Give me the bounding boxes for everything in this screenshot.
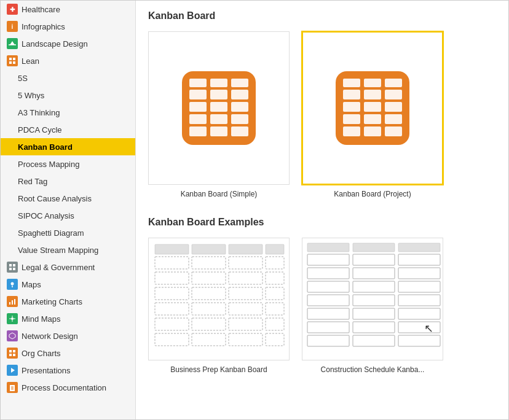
template-thumb-project[interactable] [302,31,443,185]
sidebar-item-5whys[interactable]: 5 Whys [1,87,135,104]
svg-rect-74 [155,244,189,254]
kanban-simple-icon [182,71,256,145]
svg-rect-102 [302,238,443,360]
svg-rect-73 [149,238,290,360]
template-card-project[interactable]: Kanban Board (Project) [302,31,443,198]
svg-rect-61 [343,90,360,99]
example-label-bizprep: Business Prep Kanban Board [170,365,267,374]
svg-rect-50 [210,114,227,124]
construction-preview [302,238,443,360]
sidebar-item-a3thinking[interactable]: A3 Thinking [1,104,135,121]
sidebar-item-lean[interactable]: Lean [1,52,135,69]
sidebar-item-legal[interactable]: Legal & Government [1,259,135,276]
svg-rect-53 [231,102,248,112]
example-card-bizprep[interactable]: Business Prep Kanban Board [148,238,290,374]
sidebar-label-pdca: PDCA Cycle [18,125,62,134]
svg-rect-75 [192,244,226,254]
svg-rect-55 [231,126,248,136]
example-thumb-construction[interactable]: ↖ [302,238,443,360]
sidebar-label-org: Org Charts [22,349,61,358]
svg-rect-67 [364,114,381,124]
svg-rect-51 [210,126,227,136]
org-icon [7,348,18,359]
sidebar-item-sipoc[interactable]: SIPOC Analysis [1,207,135,224]
svg-rect-105 [398,243,440,252]
sidebar-label-presentations: Presentations [22,366,71,375]
svg-rect-43 [231,79,248,87]
sidebar-item-redtag[interactable]: Red Tag [1,173,135,190]
example-label-construction: Construction Schedule Kanba... [321,365,425,374]
sidebar-item-org[interactable]: Org Charts [1,344,135,362]
svg-rect-6 [9,61,12,64]
examples-grid: Business Prep Kanban Board [148,238,496,374]
svg-rect-63 [343,114,360,124]
sidebar-item-maps[interactable]: Maps [1,276,135,293]
sidebar-label-lean: Lean [22,56,39,66]
templates-grid: Kanban Board (Simple) [148,31,496,198]
sidebar-item-spaghetti[interactable]: Spaghetti Diagram [1,224,135,241]
sidebar-label-infographics: Infographics [22,22,65,31]
svg-rect-60 [385,79,402,87]
sidebar-label-kanban: Kanban Board [18,142,73,152]
template-card-simple[interactable]: Kanban Board (Simple) [148,31,290,198]
sidebar-item-pdca[interactable]: PDCA Cycle [1,121,135,138]
svg-rect-46 [189,114,207,124]
legal-icon [7,262,18,273]
svg-rect-28 [9,350,12,352]
sidebar-item-valuestream[interactable]: Value Stream Mapping [1,241,135,259]
landscape-icon [7,38,18,49]
sidebar: ✚ Healthcare i Infographics Landscape De… [1,1,136,419]
sidebar-item-network[interactable]: Network Design [1,327,135,344]
svg-rect-42 [210,79,227,87]
bizprep-preview [149,238,290,360]
sidebar-item-mindmaps[interactable]: Mind Maps [1,310,135,327]
svg-rect-17 [12,300,13,305]
svg-rect-31 [13,354,15,356]
sidebar-item-5s[interactable]: 5S [1,69,135,87]
sidebar-item-processdoc[interactable]: Process Documentation [1,379,135,396]
svg-rect-9 [9,264,12,266]
svg-rect-64 [343,126,360,136]
svg-rect-4 [9,58,12,60]
example-thumb-bizprep[interactable] [148,238,290,360]
sidebar-label-rootcause: Root Cause Analysis [18,194,92,203]
sidebar-item-presentations[interactable]: Presentations [1,362,135,379]
svg-rect-76 [229,244,262,254]
sidebar-item-kanban[interactable]: Kanban Board [1,138,135,155]
marketing-icon [7,296,18,307]
svg-rect-69 [385,90,402,99]
svg-rect-77 [266,244,284,254]
example-card-construction[interactable]: ↖ Construction Schedule Kanba... [302,238,443,374]
svg-point-20 [11,317,14,320]
sidebar-item-infographics[interactable]: i Infographics [1,18,135,35]
sidebar-item-landscape[interactable]: Landscape Design [1,35,135,52]
section1-title: Kanban Board [148,10,496,21]
svg-rect-104 [353,243,395,252]
lean-icon [7,55,18,66]
svg-rect-47 [189,126,207,136]
svg-rect-71 [385,114,402,124]
sidebar-item-rootcause[interactable]: Root Cause Analysis [1,190,135,207]
svg-rect-10 [13,264,15,266]
sidebar-item-marketing[interactable]: Marketing Charts [1,293,135,310]
sidebar-label-a3thinking: A3 Thinking [18,108,60,117]
main-content: Kanban Board [136,1,508,419]
network-icon [7,330,18,341]
sidebar-item-processmapping[interactable]: Process Mapping [1,155,135,173]
sidebar-label-processdoc: Process Documentation [22,383,106,392]
sidebar-label-5s: 5S [18,74,28,83]
sidebar-label-maps: Maps [22,280,41,289]
infographics-icon: i [7,21,18,32]
svg-rect-70 [385,102,402,112]
sidebar-label-marketing: Marketing Charts [22,297,82,306]
svg-rect-54 [231,114,248,124]
sidebar-label-mindmaps: Mind Maps [22,314,61,324]
svg-rect-66 [364,102,381,112]
svg-rect-62 [343,102,360,112]
template-thumb-simple[interactable] [148,31,290,185]
svg-rect-5 [13,58,15,60]
svg-rect-65 [364,90,381,99]
svg-rect-59 [364,79,381,87]
mindmaps-icon [7,313,18,324]
sidebar-item-healthcare[interactable]: ✚ Healthcare [1,1,135,18]
